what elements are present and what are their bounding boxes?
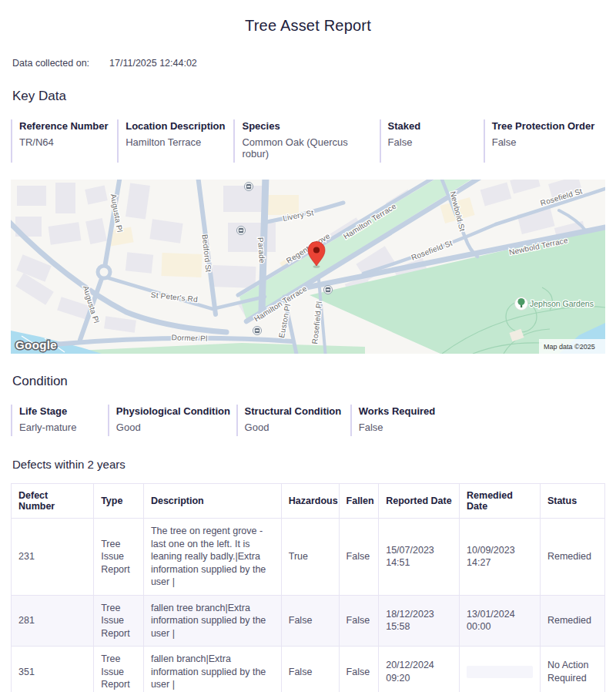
street-label: Parade xyxy=(256,237,266,264)
park-label: Jephson Gardens xyxy=(530,299,594,308)
field-label: Works Required xyxy=(359,405,598,417)
field-value: TR/N64 xyxy=(19,136,109,148)
cell-description: fallen branch|Extra information supplied… xyxy=(143,647,281,692)
cell-fallen: False xyxy=(339,647,379,692)
field-value: Early-mature xyxy=(19,422,100,433)
cell-hazardous: False xyxy=(281,647,339,692)
cell-defect-number: 351 xyxy=(12,647,94,692)
field-works-required: Works Required False xyxy=(350,405,605,436)
field-value: Good xyxy=(116,422,229,433)
field-label: Location Description xyxy=(126,120,226,132)
data-collected-row: Data collected on:17/11/2025 12:44:02 xyxy=(12,58,604,69)
table-row: 281 Tree Issue Report fallen tree branch… xyxy=(12,595,605,647)
cell-description: The tree on regent grove - last one on t… xyxy=(143,519,281,596)
bus-stop-icon xyxy=(245,183,253,191)
google-logo: Google xyxy=(15,338,57,351)
field-value: False xyxy=(388,136,476,148)
field-label: Species xyxy=(242,120,371,132)
col-type: Type xyxy=(94,484,144,519)
table-header-row: Defect Number Type Description Hazardous… xyxy=(12,484,605,519)
cell-defect-number: 281 xyxy=(12,595,94,647)
bus-stop-icon xyxy=(253,327,262,335)
table-row: 231 Tree Issue Report The tree on regent… xyxy=(12,519,605,596)
cell-remedied-date: 13/01/2024 00:00 xyxy=(460,595,541,647)
location-map[interactable]: Augusta PlAugusta PlBedford StLivery StP… xyxy=(11,180,605,354)
field-physiological-condition: Physiological Condition Good xyxy=(108,405,236,436)
field-value: Good xyxy=(245,422,343,433)
key-data-heading: Key Data xyxy=(12,89,604,104)
field-value: False xyxy=(359,422,598,433)
cell-type: Tree Issue Report xyxy=(94,595,144,647)
col-description: Description xyxy=(143,484,281,519)
report-page: Tree Asset Report Data collected on:17/1… xyxy=(0,0,616,692)
park-tree-icon xyxy=(515,297,528,311)
bus-stop-icon xyxy=(324,286,333,294)
field-label: Life Stage xyxy=(19,405,100,417)
roundabout xyxy=(98,266,110,278)
field-label: Physiological Condition xyxy=(116,405,229,417)
data-collected-value: 17/11/2025 12:44:02 xyxy=(109,58,197,69)
cell-fallen: False xyxy=(339,519,379,596)
data-collected-label: Data collected on: xyxy=(12,58,89,69)
col-defect-number: Defect Number xyxy=(12,484,94,519)
field-structural-condition: Structural Condition Good xyxy=(236,405,350,436)
field-location-description: Location Description Hamilton Terrace xyxy=(117,119,233,163)
key-data-fields: Reference Number TR/N64 Location Descrip… xyxy=(11,119,605,163)
cell-remedied-date xyxy=(460,647,541,692)
field-reference-number: Reference Number TR/N64 xyxy=(11,119,117,163)
field-life-stage: Life Stage Early-mature xyxy=(11,405,108,436)
bus-stop-icon xyxy=(237,227,246,235)
field-value: Common Oak (Quercus robur) xyxy=(242,136,371,160)
col-fallen: Fallen xyxy=(339,484,379,519)
field-value: False xyxy=(492,136,598,148)
field-label: Tree Protection Order xyxy=(492,120,598,132)
condition-heading: Condition xyxy=(12,374,604,389)
condition-fields: Life Stage Early-mature Physiological Co… xyxy=(11,405,605,436)
cell-status: Remedied xyxy=(540,595,604,647)
table-row: 351 Tree Issue Report fallen branch|Extr… xyxy=(12,647,605,692)
empty-value-placeholder xyxy=(467,666,533,678)
defects-heading: Defects within 2 years xyxy=(12,458,604,471)
cell-type: Tree Issue Report xyxy=(94,647,144,692)
field-staked: Staked False xyxy=(380,119,484,163)
field-label: Structural Condition xyxy=(245,405,343,417)
cell-description: fallen tree branch|Extra information sup… xyxy=(143,595,281,647)
cell-reported-date: 15/07/2023 14:51 xyxy=(379,519,460,596)
street-label: Dormer Pl xyxy=(172,333,208,343)
field-value: Hamilton Terrace xyxy=(126,136,226,148)
cell-reported-date: 18/12/2023 15:58 xyxy=(379,595,460,647)
cell-hazardous: False xyxy=(281,595,339,647)
cell-reported-date: 20/12/2024 09:20 xyxy=(379,647,460,692)
cell-remedied-date: 10/09/2023 14:27 xyxy=(460,519,541,596)
cell-type: Tree Issue Report xyxy=(94,519,144,596)
col-status: Status xyxy=(540,484,604,519)
col-hazardous: Hazardous xyxy=(281,484,339,519)
field-label: Reference Number xyxy=(19,120,109,132)
col-remedied-date: Remedied Date xyxy=(460,484,541,519)
cell-hazardous: True xyxy=(281,519,339,596)
col-reported-date: Reported Date xyxy=(379,484,460,519)
defects-table: Defect Number Type Description Hazardous… xyxy=(11,483,605,692)
page-title: Tree Asset Report xyxy=(11,17,605,35)
cell-fallen: False xyxy=(339,595,379,647)
cell-status: Remedied xyxy=(540,519,604,596)
cell-defect-number: 231 xyxy=(12,519,94,596)
field-species: Species Common Oak (Quercus robur) xyxy=(233,119,379,163)
cell-status: No Action Required xyxy=(540,647,604,692)
field-tree-protection-order: Tree Protection Order False xyxy=(484,119,605,163)
field-label: Staked xyxy=(388,120,476,132)
map-attribution: Map data ©2025 xyxy=(544,343,595,351)
